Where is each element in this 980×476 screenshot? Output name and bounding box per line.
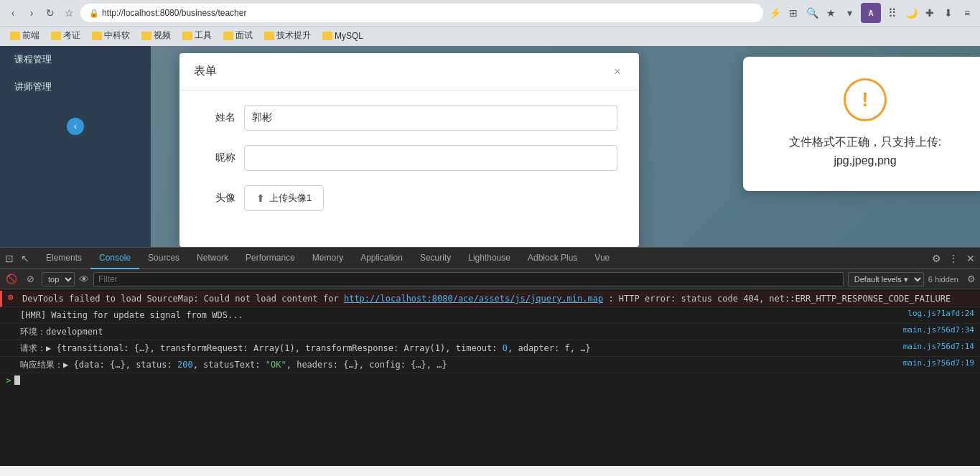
devtools-responsive-icon[interactable]: ⊡ xyxy=(3,252,16,265)
devtools-close-icon[interactable]: ✕ xyxy=(964,252,977,265)
name-input[interactable] xyxy=(244,105,617,131)
bookmark-video[interactable]: 视频 xyxy=(137,28,175,43)
devtools-more-icon[interactable]: ⋮ xyxy=(947,252,960,265)
bookmark-tools[interactable]: 工具 xyxy=(178,28,216,43)
bookmark-kaoz[interactable]: 考证 xyxy=(47,28,85,43)
console-error-text: DevTools failed to load SourceMap: Could… xyxy=(22,292,974,305)
console-clear-icon[interactable]: 🚫 xyxy=(4,272,19,286)
nickname-input[interactable] xyxy=(244,145,617,171)
console-eye-icon[interactable]: 👁 xyxy=(79,274,89,285)
console-file-log[interactable]: log.js?1afd:24 xyxy=(893,309,974,318)
sourcemap-link[interactable]: http://localhost:8080/ace/assets/js/jque… xyxy=(344,294,603,304)
bookmark-qianduan[interactable]: 前端 xyxy=(6,28,44,43)
tab-console-label: Console xyxy=(99,253,131,263)
folder-icon xyxy=(51,32,61,40)
bookmark-interview[interactable]: 面试 xyxy=(219,28,257,43)
tab-lighthouse[interactable]: Lighthouse xyxy=(459,248,519,269)
forward-button[interactable]: › xyxy=(24,6,39,20)
tab-sources[interactable]: Sources xyxy=(139,248,188,269)
folder-icon xyxy=(92,32,102,40)
folder-icon xyxy=(223,32,233,40)
tab-elements-label: Elements xyxy=(46,253,82,263)
context-select[interactable]: top xyxy=(42,272,75,286)
form-row-avatar: 头像 ⬆ 上传头像1 xyxy=(201,185,617,211)
tab-security[interactable]: Security xyxy=(411,248,459,269)
bookmark-star-icon[interactable]: ★ xyxy=(823,6,838,20)
console-line-env: 环境：development main.js?56d7:34 xyxy=(0,324,980,340)
console-line-response: 响应结果：▶ {data: {…}, status: 200, statusTe… xyxy=(0,357,980,373)
page-content: 👤 主 表单 × 姓名 昵称 xyxy=(151,46,980,247)
console-prompt-line[interactable]: > xyxy=(0,373,980,387)
tab-console[interactable]: Console xyxy=(90,248,139,269)
prompt-arrow: > xyxy=(6,375,11,386)
devtools-settings-icon[interactable]: ⚙ xyxy=(930,252,943,265)
lightning-icon[interactable]: ⚡ xyxy=(767,6,782,20)
tab-network[interactable]: Network xyxy=(188,248,237,269)
alert-message-line1: 文件格式不正确，只支持上传: xyxy=(789,136,941,148)
tab-adblock[interactable]: Adblock Plus xyxy=(519,248,586,269)
log-level-select[interactable]: Default levels ▾ xyxy=(848,272,924,286)
extension-avatar: A xyxy=(861,3,881,23)
bookmark-label: 考证 xyxy=(63,29,80,42)
download-icon[interactable]: ⬇ xyxy=(941,6,956,20)
form-label-name: 姓名 xyxy=(201,111,244,124)
console-file-main3[interactable]: main.js?56d7:19 xyxy=(889,358,974,368)
tab-lighthouse-label: Lighthouse xyxy=(468,253,510,263)
sidebar: 课程管理 讲师管理 ‹ xyxy=(0,46,151,247)
console-filter-icon[interactable]: ⊘ xyxy=(23,272,37,286)
modal-overlay: 表单 × 姓名 昵称 头像 xyxy=(151,46,980,247)
sidebar-course-label: 课程管理 xyxy=(14,53,52,66)
sidebar-teacher-label: 讲师管理 xyxy=(14,80,52,93)
upload-avatar-button[interactable]: ⬆ 上传头像1 xyxy=(244,185,324,211)
address-bar[interactable]: 🔒 http://localhost:8080/business/teacher xyxy=(80,4,763,22)
modal-close-button[interactable]: × xyxy=(610,65,625,79)
modal-title: 表单 xyxy=(194,64,217,79)
bookmark-label: 工具 xyxy=(195,29,212,42)
console-env-text: 环境：development xyxy=(20,325,889,338)
apps-icon[interactable]: ⠿ xyxy=(885,6,900,20)
url-text: http://localhost:8080/business/teacher xyxy=(102,8,246,18)
form-label-avatar: 头像 xyxy=(201,192,244,205)
folder-icon xyxy=(10,32,20,40)
tab-elements[interactable]: Elements xyxy=(37,248,90,269)
tab-network-label: Network xyxy=(197,253,228,263)
puzzle-icon[interactable]: ✚ xyxy=(923,6,937,20)
bookmark-mysql[interactable]: MySQL xyxy=(318,29,368,42)
bookmark-label: 面试 xyxy=(235,29,253,42)
tab-performance[interactable]: Performance xyxy=(237,248,304,269)
form-label-nickname: 昵称 xyxy=(201,151,244,164)
console-request-text: 请求：▶ {transitional: {…}, transformReques… xyxy=(20,342,889,355)
sidebar-item-teacher[interactable]: 讲师管理 xyxy=(0,73,151,101)
tab-memory-label: Memory xyxy=(312,253,343,263)
tab-memory[interactable]: Memory xyxy=(304,248,352,269)
back-button[interactable]: ‹ xyxy=(6,6,20,20)
console-file-main1[interactable]: main.js?56d7:34 xyxy=(889,325,974,335)
sidebar-toggle[interactable]: ‹ xyxy=(67,118,84,135)
console-file-main2[interactable]: main.js?56d7:14 xyxy=(889,342,974,351)
tab-security-label: Security xyxy=(420,253,451,263)
sidebar-item-course[interactable]: 课程管理 xyxy=(0,46,151,73)
modal-header: 表单 × xyxy=(179,53,639,90)
console-filter-input[interactable] xyxy=(93,272,844,286)
info-icon xyxy=(6,309,17,319)
console-settings-icon[interactable]: ⚙ xyxy=(967,274,976,284)
devtools-cursor-icon[interactable]: ↖ xyxy=(19,252,32,265)
tab-sources-label: Sources xyxy=(148,253,179,263)
moon-icon[interactable]: 🌙 xyxy=(904,6,918,20)
search-icon[interactable]: 🔍 xyxy=(805,6,819,20)
refresh-button[interactable]: ↻ xyxy=(43,6,57,20)
grid-icon[interactable]: ⊞ xyxy=(786,6,801,20)
star-button[interactable]: ☆ xyxy=(62,6,76,20)
tab-application[interactable]: Application xyxy=(352,248,411,269)
modal-body: 姓名 昵称 头像 ⬆ 上传头像1 xyxy=(179,90,639,247)
bookmark-zhongkeru[interactable]: 中科软 xyxy=(88,28,134,43)
bookmark-tech[interactable]: 技术提升 xyxy=(260,28,315,43)
bookmark-label: 技术提升 xyxy=(276,29,311,42)
devtools-toolbar-right: ⚙ ⋮ ✕ xyxy=(930,252,977,265)
browser-chrome: ‹ › ↻ ☆ 🔒 http://localhost:8080/business… xyxy=(0,0,980,46)
tab-vue[interactable]: Vue xyxy=(586,248,618,269)
info-spacer2 xyxy=(6,342,17,352)
menu-icon[interactable]: ≡ xyxy=(960,6,974,20)
chevron-down-icon[interactable]: ▾ xyxy=(842,6,857,20)
upload-btn-label: 上传头像1 xyxy=(269,192,312,205)
